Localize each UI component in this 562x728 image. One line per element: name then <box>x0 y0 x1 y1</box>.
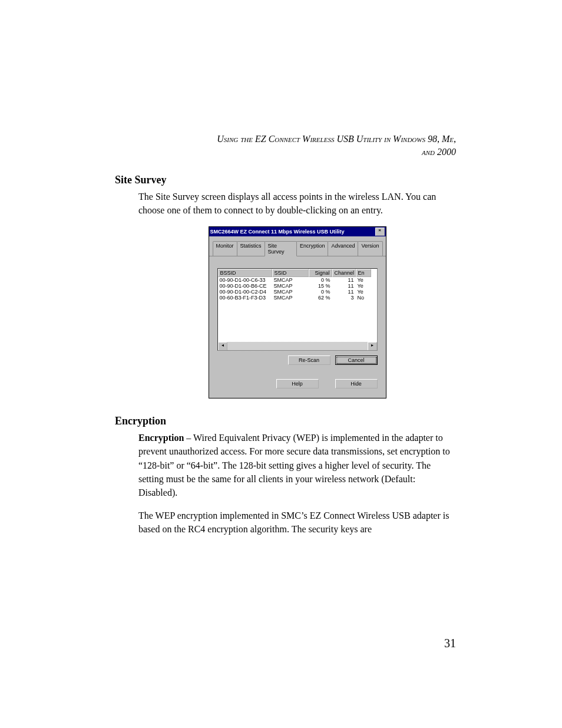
cell-signal: 0 % <box>309 289 332 295</box>
dialog-titlebar[interactable]: SMC2664W EZ Connect 11 Mbps Wireless USB… <box>209 227 386 236</box>
cell-enc: Ye <box>356 289 371 295</box>
col-header-ssid[interactable]: SSID <box>272 269 309 277</box>
encryption-paragraph-1: Encryption – Wired Equivalent Privacy (W… <box>138 431 456 499</box>
listview-headers: BSSID SSID Signal Channel En <box>218 269 377 277</box>
horizontal-scrollbar[interactable]: ◂ ▸ <box>218 342 377 350</box>
page-number: 31 <box>444 637 456 650</box>
col-header-signal[interactable]: Signal <box>309 269 332 277</box>
cell-bssid: 00-90-D1-00-B6-CE <box>218 283 272 289</box>
cell-ssid: SMCAP <box>272 283 309 289</box>
cell-ssid: SMCAP <box>272 289 309 295</box>
section-heading-encryption: Encryption <box>115 415 456 427</box>
utility-dialog: SMC2664W EZ Connect 11 Mbps Wireless USB… <box>209 226 386 398</box>
section-heading-site-survey: Site Survey <box>115 174 456 186</box>
encryption-paragraph-2: The WEP encryption implemented in SMC’s … <box>138 509 456 536</box>
scroll-left-icon[interactable]: ◂ <box>218 342 227 351</box>
cell-channel: 11 <box>332 283 356 289</box>
listview-rows: 00-90-D1-00-C6-33 SMCAP 0 % 11 Ye 00-90-… <box>218 277 377 301</box>
cell-signal: 0 % <box>309 277 332 283</box>
encryption-p1-rest: – Wired Equivalent Privacy (WEP) is impl… <box>138 433 450 498</box>
ap-listview[interactable]: BSSID SSID Signal Channel En 00-90-D1-00… <box>217 268 378 351</box>
table-row[interactable]: 00-90-D1-00-C6-33 SMCAP 0 % 11 Ye <box>218 277 377 283</box>
table-row[interactable]: 00-90-D1-00-C2-D4 SMCAP 0 % 11 Ye <box>218 289 377 295</box>
cell-enc: Ye <box>356 283 371 289</box>
site-survey-paragraph: The Site Survey screen displays all acce… <box>138 190 456 217</box>
tab-statistics[interactable]: Statistics <box>237 241 265 256</box>
table-row[interactable]: 00-60-B3-F1-F3-D3 SMCAP 62 % 3 No <box>218 295 377 301</box>
cell-bssid: 00-90-D1-00-C2-D4 <box>218 289 272 295</box>
col-header-channel[interactable]: Channel <box>332 269 356 277</box>
cancel-button[interactable]: Cancel <box>335 355 378 365</box>
cell-enc: Ye <box>356 277 371 283</box>
rescan-button[interactable]: Re-Scan <box>288 355 330 365</box>
chapter-header: Using the EZ Connect Wireless USB Utilit… <box>138 133 456 159</box>
hide-button[interactable]: Hide <box>335 379 378 388</box>
cell-channel: 11 <box>332 289 356 295</box>
close-icon[interactable]: × <box>375 228 385 236</box>
help-button[interactable]: Help <box>276 379 319 388</box>
chapter-header-line1: Using the EZ Connect Wireless USB Utilit… <box>217 134 456 144</box>
cell-bssid: 00-90-D1-00-C6-33 <box>218 277 272 283</box>
tab-strip: Monitor Statistics Site Survey Encryptio… <box>209 236 386 256</box>
tab-encryption[interactable]: Encryption <box>296 241 329 256</box>
scroll-right-icon[interactable]: ▸ <box>368 342 377 351</box>
tab-version[interactable]: Version <box>358 241 382 256</box>
cell-signal: 15 % <box>309 283 332 289</box>
tab-advanced[interactable]: Advanced <box>328 241 358 256</box>
cell-ssid: SMCAP <box>272 277 309 283</box>
cell-channel: 11 <box>332 277 356 283</box>
table-row[interactable]: 00-90-D1-00-B6-CE SMCAP 15 % 11 Ye <box>218 283 377 289</box>
dialog-title: SMC2664W EZ Connect 11 Mbps Wireless USB… <box>210 229 375 235</box>
cell-enc: No <box>356 295 371 301</box>
cell-signal: 62 % <box>309 295 332 301</box>
tab-site-survey[interactable]: Site Survey <box>265 241 297 256</box>
cell-ssid: SMCAP <box>272 295 309 301</box>
tab-monitor[interactable]: Monitor <box>213 241 237 256</box>
col-header-bssid[interactable]: BSSID <box>218 269 272 277</box>
cell-bssid: 00-60-B3-F1-F3-D3 <box>218 295 272 301</box>
encryption-bold: Encryption <box>138 433 184 443</box>
chapter-header-line2: and 2000 <box>422 147 456 157</box>
cell-channel: 3 <box>332 295 356 301</box>
col-header-encryption[interactable]: En <box>356 269 371 277</box>
